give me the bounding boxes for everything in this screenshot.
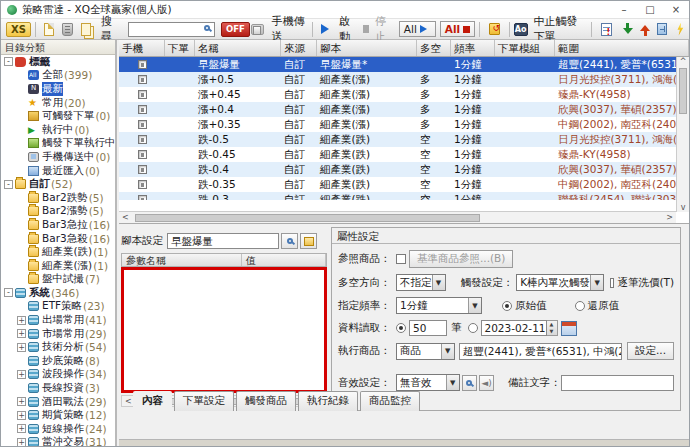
- expander-icon[interactable]: +: [17, 438, 26, 447]
- exec-type-select[interactable]: 商品▼: [396, 343, 455, 360]
- tree-item[interactable]: -標籤: [1, 55, 115, 69]
- horizontal-scrollbar[interactable]: < >: [119, 211, 676, 223]
- table-row[interactable]: 漲+0.35自訂細產業(漲)多1分鐘中鋼(2002), 南亞科(2408), 陽…: [119, 117, 689, 132]
- tree-item[interactable]: Bar2跌勢(5): [1, 191, 115, 205]
- tree-item[interactable]: +期貨策略(12): [1, 408, 115, 422]
- export-arrow-icon[interactable]: [639, 23, 649, 36]
- tree-item[interactable]: ETF策略(23): [1, 300, 115, 314]
- tree-item[interactable]: +酒田戰法(29): [1, 395, 115, 409]
- note-input[interactable]: [561, 375, 674, 391]
- date-spinner[interactable]: ▲▼: [547, 320, 558, 336]
- tree-item[interactable]: 觸發下單執行中(0): [1, 137, 115, 151]
- calendar-icon[interactable]: [561, 321, 577, 336]
- xs-button[interactable]: XS: [6, 22, 31, 37]
- sound-search-button[interactable]: [462, 375, 477, 391]
- copy-icon[interactable]: [81, 23, 91, 36]
- tree-item[interactable]: Bar3急拉(16): [1, 218, 115, 232]
- column-header[interactable]: 下單: [165, 40, 195, 56]
- tab-3[interactable]: 觸發商品: [236, 391, 296, 411]
- column-header[interactable]: 下單模組: [495, 40, 555, 56]
- tab-4[interactable]: 執行紀錄: [298, 391, 358, 411]
- tab-1[interactable]: 內容: [133, 391, 172, 411]
- close-button[interactable]: ×: [663, 1, 689, 18]
- table-row[interactable]: 漲+0.5自訂細產業(漲)多1分鐘日月光投控(3711), 鴻海(2317), …: [119, 72, 689, 87]
- phone-checkbox[interactable]: [138, 150, 147, 159]
- param-table-highlighted[interactable]: [121, 267, 327, 393]
- direction-select[interactable]: 不指定▼: [396, 274, 446, 291]
- expander-icon[interactable]: -: [4, 57, 13, 66]
- minimize-button[interactable]: –: [611, 1, 637, 18]
- exec-setting-button[interactable]: 設定...: [627, 342, 674, 360]
- all-stop-button[interactable]: All: [440, 21, 475, 37]
- column-header[interactable]: 頻率: [451, 40, 495, 56]
- import-arrow-icon[interactable]: [621, 23, 631, 36]
- column-header[interactable]: 範圍: [555, 40, 689, 56]
- expander-icon[interactable]: -: [4, 288, 13, 297]
- data-count-input[interactable]: 50: [409, 320, 447, 336]
- tree-item[interactable]: Bar2漲勢(5): [1, 205, 115, 219]
- tree-item[interactable]: +市場常用(29): [1, 327, 115, 341]
- table-row[interactable]: 跌-0.4自訂細產業(跌)空1分鐘欣興(3037), 華碩(2357), 華新(…: [119, 162, 689, 177]
- data-date-input[interactable]: 2023-02-11: [481, 320, 547, 336]
- tree-item[interactable]: ★常用(20): [1, 96, 115, 110]
- freq-select[interactable]: 1分鐘▼: [396, 297, 482, 314]
- tree-item[interactable]: 最近匯入(0): [1, 164, 115, 178]
- expander-icon[interactable]: +: [17, 343, 26, 352]
- scroll-right-arrow[interactable]: >: [663, 213, 676, 222]
- script-edit-button[interactable]: [300, 233, 317, 249]
- expander-icon[interactable]: +: [17, 397, 26, 406]
- scroll-up-arrow[interactable]: ^: [677, 57, 689, 66]
- column-header[interactable]: 來源: [281, 40, 317, 56]
- trigger-select[interactable]: K棒內單次觸發▼: [516, 274, 604, 291]
- abort-trigger-icon[interactable]: Ao: [514, 23, 528, 36]
- tick-check-checkbox[interactable]: [610, 278, 614, 288]
- start-icon[interactable]: [321, 24, 334, 34]
- sound-select[interactable]: 無音效▼: [396, 374, 460, 391]
- tree-item[interactable]: +當沖交易(31): [1, 436, 115, 447]
- search-input[interactable]: [128, 22, 215, 37]
- table-row[interactable]: 早盤爆量自訂早盤爆量*1分鐘超豐(2441), 愛普*(6531), 中鴻(20…: [119, 57, 689, 72]
- table-row[interactable]: 跌-0.5自訂細產業(跌)空1分鐘日月光投控(3711), 鴻海(2317), …: [119, 132, 689, 147]
- expander-icon[interactable]: +: [17, 370, 26, 379]
- tree-item[interactable]: -自訂(52): [1, 177, 115, 191]
- delete-icon[interactable]: [62, 23, 72, 36]
- table-row[interactable]: 漲+0.45自訂細產業(漲)多1分鐘臻鼎-KY(4958): [119, 87, 689, 102]
- tab-2[interactable]: 下單設定: [174, 391, 234, 411]
- data-grid-icon[interactable]: [657, 23, 667, 35]
- scroll-down-arrow[interactable]: v: [677, 203, 689, 212]
- restore-value-radio[interactable]: [575, 301, 585, 311]
- tree-item[interactable]: +出場常用(41): [1, 313, 115, 327]
- tree-item[interactable]: Bar3急殺(16): [1, 232, 115, 246]
- tree-item[interactable]: +短線操作(24): [1, 422, 115, 436]
- table-row[interactable]: 漲+0.4自訂細產業(漲)多1分鐘欣興(3037), 華碩(2357), 華新(…: [119, 102, 689, 117]
- tree-item[interactable]: -系統(346): [1, 286, 115, 300]
- scroll-left-arrow[interactable]: <: [119, 213, 132, 222]
- phone-checkbox[interactable]: [138, 75, 147, 84]
- maximize-button[interactable]: □: [637, 1, 663, 18]
- phone-checkbox[interactable]: [138, 135, 147, 144]
- column-header[interactable]: 名稱: [195, 40, 281, 56]
- data-date-radio[interactable]: [468, 323, 478, 333]
- scroll-thumb[interactable]: [679, 68, 687, 114]
- phone-checkbox[interactable]: [138, 180, 147, 189]
- expander-icon[interactable]: +: [17, 424, 26, 433]
- data-count-radio[interactable]: [396, 323, 406, 333]
- table-row[interactable]: 跌-0.45自訂細產業(跌)空1分鐘臻鼎-KY(4958): [119, 147, 689, 162]
- tree-item[interactable]: 手機傳送中(0): [1, 150, 115, 164]
- phone-checkbox[interactable]: [138, 60, 147, 69]
- tree-item[interactable]: 細產業(跌)(1): [1, 245, 115, 259]
- script-search-button[interactable]: [281, 233, 298, 249]
- mobile-send-toggle[interactable]: [251, 24, 264, 35]
- table-row[interactable]: 跌-0.35自訂細產業(跌)空1分鐘中鋼(2002), 南亞科(2408), 陽…: [119, 177, 689, 192]
- expander-icon[interactable]: +: [17, 411, 26, 420]
- tree-item[interactable]: 全部(399): [1, 69, 115, 83]
- phone-checkbox[interactable]: [138, 120, 147, 129]
- column-header[interactable]: 腳本: [317, 40, 417, 56]
- search-icon[interactable]: [204, 25, 210, 31]
- column-header[interactable]: 手機: [119, 40, 165, 56]
- tab-5[interactable]: 商品監控: [360, 391, 420, 411]
- lightning-icon[interactable]: [676, 23, 684, 36]
- ref-product-checkbox[interactable]: [396, 254, 406, 264]
- vertical-scrollbar[interactable]: ^ v: [676, 57, 689, 212]
- table-row[interactable]: 跌-0.3自訂細產業(跌)空1分鐘聯發科(2454), 聯詠(3034), 瑞昱…: [119, 192, 689, 200]
